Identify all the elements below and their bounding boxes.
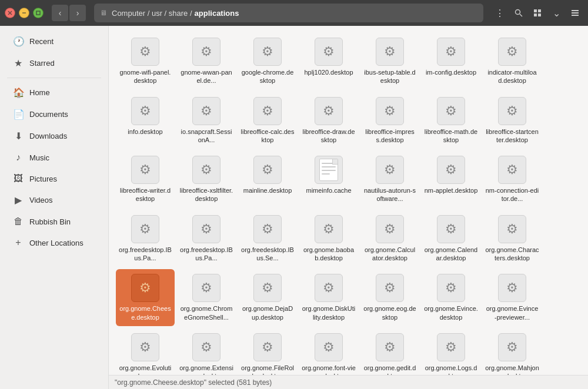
starred-icon: ★ bbox=[13, 58, 24, 69]
file-name: nautilus-autorun-software... bbox=[363, 186, 417, 203]
view-chevron-button[interactable]: ⌄ bbox=[548, 5, 564, 21]
file-item[interactable]: ⚙ org.gnome.Cheese.desktop bbox=[116, 269, 175, 326]
file-icon-wrapper: ⚙ bbox=[437, 215, 465, 243]
sidebar-item-home[interactable]: 🏠 Home bbox=[4, 82, 105, 103]
gear-icon: ⚙ bbox=[139, 103, 151, 119]
sidebar-item-music[interactable]: ♪ Music bbox=[4, 147, 105, 167]
file-item[interactable]: ⚙ libreoffice-xsltfilter.desktop bbox=[177, 151, 236, 208]
file-item[interactable]: ⚙ nm-applet.desktop bbox=[422, 151, 480, 208]
file-icon-wrapper: ⚙ bbox=[498, 97, 526, 125]
file-name: libreoffice-startcenter.desktop bbox=[485, 128, 539, 145]
maximize-button[interactable] bbox=[33, 8, 44, 18]
file-item[interactable]: ⚙ org.gnome.eog.desktop bbox=[360, 269, 419, 326]
content-area: ⚙ gnome-wifi-panel.desktop ⚙ gnome-wwan-… bbox=[109, 26, 588, 389]
forward-button[interactable]: › bbox=[69, 5, 86, 21]
titlebar: ‹ › 🖥 Computer / usr / share / applicati… bbox=[0, 0, 588, 26]
downloads-icon: ⬇ bbox=[13, 130, 24, 142]
sidebar-label-other: Other Locations bbox=[29, 239, 83, 247]
file-item[interactable]: ⚙ hplj1020.desktop bbox=[299, 33, 358, 90]
file-item[interactable]: ⚙ gnome-wwan-panel.de... bbox=[177, 33, 236, 90]
file-item[interactable]: ⚙ google-chrome.desktop bbox=[238, 33, 297, 90]
file-item[interactable]: ⚙ libreoffice-calc.desktop bbox=[238, 92, 297, 149]
file-icon-wrapper: ⚙ bbox=[131, 274, 159, 302]
file-item[interactable]: ⚙ org.gnome.Evince.desktop bbox=[422, 269, 480, 326]
file-item[interactable]: ⚙ org.gnome.Evolution-alarm-no... bbox=[116, 328, 175, 375]
file-icon-wrapper: ⚙ bbox=[192, 38, 220, 66]
file-item[interactable]: ⚙ org.gnome.Characters.desktop bbox=[483, 210, 542, 267]
gear-icon: ⚙ bbox=[262, 103, 273, 119]
back-button[interactable]: ‹ bbox=[52, 5, 68, 21]
file-item[interactable]: ⚙ org.freedesktop.IBus.Pa... bbox=[116, 210, 175, 267]
file-item[interactable]: ⚙ libreoffice-draw.desktop bbox=[299, 92, 358, 149]
view-toggle-button[interactable] bbox=[529, 5, 546, 21]
file-item[interactable]: ⚙ mainline.desktop bbox=[238, 151, 297, 208]
sidebar-item-rubbish[interactable]: 🗑 Rubbish Bin bbox=[4, 212, 105, 232]
file-item[interactable]: ⚙ org.gnome.baobab.desktop bbox=[299, 210, 358, 267]
file-icon-wrapper: ⚙ bbox=[192, 274, 220, 302]
file-icon-wrapper: ⚙ bbox=[498, 215, 526, 243]
file-icon-wrapper: ⚙ bbox=[376, 274, 404, 302]
file-icon-wrapper bbox=[315, 156, 343, 184]
file-name: org.gnome.Characters.desktop bbox=[485, 246, 539, 263]
search-button[interactable] bbox=[510, 5, 527, 21]
file-item[interactable]: mimeinfo.cache bbox=[299, 151, 358, 208]
close-button[interactable] bbox=[5, 8, 15, 18]
gear-icon: ⚙ bbox=[323, 340, 335, 355]
sidebar-item-recent[interactable]: 🕐 Recent bbox=[4, 31, 105, 52]
file-item[interactable]: ⚙ org.gnome.Logs.desktop bbox=[422, 328, 480, 375]
file-item[interactable]: ⚙ org.gnome.gedit.desktop bbox=[360, 328, 419, 375]
sidebar-item-pictures[interactable]: 🖼 Pictures bbox=[4, 169, 105, 189]
svg-rect-11 bbox=[572, 12, 579, 14]
file-item[interactable]: ⚙ org.gnome.DiskUtility.desktop bbox=[299, 269, 358, 326]
file-item[interactable]: ⚙ org.freedesktop.IBus.Pa... bbox=[177, 210, 236, 267]
file-icon-wrapper: ⚙ bbox=[192, 333, 220, 361]
minimize-button[interactable] bbox=[19, 8, 29, 18]
file-icon-wrapper: ⚙ bbox=[437, 274, 465, 302]
file-item[interactable]: ⚙ ibus-setup-table.desktop bbox=[360, 33, 419, 90]
gear-icon: ⚙ bbox=[262, 222, 273, 237]
file-item[interactable]: ⚙ org.gnome.ChromeGnomeShell... bbox=[177, 269, 236, 326]
path-current: applications bbox=[195, 9, 239, 18]
file-item[interactable]: ⚙ org.freedesktop.IBus.Se... bbox=[238, 210, 297, 267]
file-item[interactable]: ⚙ org.gnome.Extensions.desktop bbox=[177, 328, 236, 375]
gear-icon: ⚙ bbox=[201, 103, 212, 119]
file-item[interactable]: ⚙ org.gnome.Calculator.desktop bbox=[360, 210, 419, 267]
sidebar-item-starred[interactable]: ★ Starred bbox=[4, 53, 105, 73]
file-item[interactable]: ⚙ libreoffice-writer.desktop bbox=[116, 151, 175, 208]
file-item[interactable]: ⚙ org.gnome.font-viewer.desktop bbox=[299, 328, 358, 375]
svg-rect-3 bbox=[36, 11, 40, 15]
file-icon-wrapper: ⚙ bbox=[498, 156, 526, 184]
file-icon-wrapper: ⚙ bbox=[315, 274, 343, 302]
sidebar-item-videos[interactable]: ▶ Videos bbox=[4, 190, 105, 210]
file-item[interactable]: ⚙ nautilus-autorun-software... bbox=[360, 151, 419, 208]
more-button[interactable]: ⋮ bbox=[492, 5, 508, 21]
file-name: mainline.desktop bbox=[243, 186, 292, 195]
file-name: org.gnome.Extensions.desktop bbox=[179, 364, 233, 375]
home-icon: 🏠 bbox=[13, 87, 24, 98]
sidebar-item-downloads[interactable]: ⬇ Downloads bbox=[4, 126, 105, 146]
file-item[interactable]: ⚙ org.gnome.Mahjongg.desktop bbox=[483, 328, 542, 375]
sidebar-item-documents[interactable]: 📄 Documents bbox=[4, 104, 105, 125]
file-name: info.desktop bbox=[128, 128, 162, 136]
file-item[interactable]: ⚙ info.desktop bbox=[116, 92, 175, 149]
file-item[interactable]: ⚙ org.gnome.FileRoller.desktop bbox=[238, 328, 297, 375]
gear-icon: ⚙ bbox=[201, 222, 212, 237]
file-name: nm-applet.desktop bbox=[425, 186, 478, 195]
file-item[interactable]: ⚙ io.snapcraft.SessionA... bbox=[177, 92, 236, 149]
file-item[interactable]: ⚙ im-config.desktop bbox=[422, 33, 480, 90]
sidebar-label-recent: Recent bbox=[29, 37, 54, 46]
gear-icon: ⚙ bbox=[506, 340, 518, 355]
sidebar-item-other[interactable]: + Other Locations bbox=[4, 233, 105, 253]
file-item[interactable]: ⚙ org.gnome.Calendar.desktop bbox=[422, 210, 480, 267]
file-item[interactable]: ⚙ org.gnome.DejaDup.desktop bbox=[238, 269, 297, 326]
file-item[interactable]: ⚙ org.gnome.Evince-previewer... bbox=[483, 269, 542, 326]
file-item[interactable]: ⚙ libreoffice-math.desktop bbox=[422, 92, 480, 149]
path-bar[interactable]: 🖥 Computer / usr / share / applications bbox=[94, 4, 483, 22]
file-item[interactable]: ⚙ nm-connection-editor.de... bbox=[483, 151, 542, 208]
file-item[interactable]: ⚙ indicator-multiload.desktop bbox=[483, 33, 542, 90]
gear-icon: ⚙ bbox=[201, 162, 212, 177]
file-item[interactable]: ⚙ libreoffice-impress.desktop bbox=[360, 92, 419, 149]
file-item[interactable]: ⚙ gnome-wifi-panel.desktop bbox=[116, 33, 175, 90]
file-item[interactable]: ⚙ libreoffice-startcenter.desktop bbox=[483, 92, 542, 149]
hamburger-button[interactable] bbox=[567, 5, 583, 21]
